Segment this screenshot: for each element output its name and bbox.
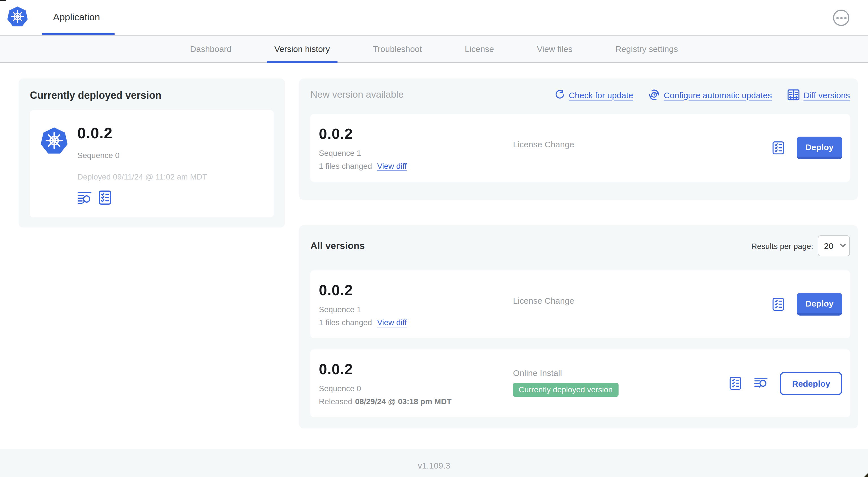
ellipsis-dot	[836, 17, 838, 19]
currently-deployed-card: Currently deployed version 0.0.2 Sequ	[19, 79, 285, 228]
preflight-checks-icon[interactable]	[98, 190, 112, 205]
kubernetes-logo-icon	[7, 6, 28, 28]
console-footer: v1.109.3	[0, 449, 868, 477]
update-schedule-icon	[648, 89, 660, 100]
results-per-page-label: Results per page:	[751, 241, 813, 250]
results-per-page-select[interactable]: 20	[818, 235, 850, 256]
console-version: v1.109.3	[417, 460, 450, 470]
view-logs-icon[interactable]	[754, 377, 768, 389]
cursor-artifact	[864, 473, 868, 477]
ellipsis-dot	[844, 17, 846, 19]
current-version-sequence: Sequence 0	[77, 151, 207, 160]
version-number: 0.0.2	[319, 361, 513, 378]
currently-deployed-title: Currently deployed version	[30, 90, 274, 101]
version-number: 0.0.2	[319, 282, 513, 299]
app-viewport: Application Dashboard Version history Tr…	[0, 0, 868, 477]
version-row: 0.0.2 Sequence 0 Released 08/29/24 @ 03:…	[310, 350, 850, 417]
version-number: 0.0.2	[319, 125, 513, 143]
all-versions-title: All versions	[310, 240, 365, 251]
diff-icon	[787, 89, 799, 101]
ellipsis-menu-button[interactable]	[833, 9, 849, 26]
version-sequence: Sequence 0	[319, 384, 513, 393]
all-versions-card: All versions Results per page: 20	[299, 225, 858, 428]
tab-license[interactable]: License	[458, 35, 501, 62]
console-nav: Dashboard Version history Troubleshoot L…	[0, 35, 868, 63]
main-content: Currently deployed version 0.0.2 Sequ	[0, 63, 868, 449]
redeploy-button[interactable]: Redeploy	[780, 372, 842, 395]
active-app-underline	[42, 33, 115, 35]
ellipsis-dot	[840, 17, 842, 19]
diff-versions-link[interactable]: Diff versions	[787, 89, 850, 101]
current-version-number: 0.0.2	[77, 125, 207, 142]
files-changed-text: 1 files changed	[319, 318, 372, 327]
preflight-checks-icon[interactable]	[772, 141, 785, 155]
version-source: License Change	[513, 140, 772, 149]
tab-version-history[interactable]: Version history	[267, 35, 337, 62]
tab-troubleshoot[interactable]: Troubleshoot	[365, 35, 429, 62]
version-row: 0.0.2 Sequence 1 1 files changed View di…	[310, 270, 850, 338]
version-source: Online Install	[513, 368, 729, 378]
currently-deployed-badge: Currently deployed version	[513, 383, 618, 397]
kubernetes-app-icon	[40, 127, 68, 155]
preflight-checks-icon[interactable]	[729, 377, 742, 390]
released-prefix: Released	[319, 397, 352, 406]
view-diff-link[interactable]: View diff	[377, 161, 407, 171]
new-version-row: 0.0.2 Sequence 1 1 files changed View di…	[310, 114, 850, 182]
configure-automatic-updates-link[interactable]: Configure automatic updates	[648, 89, 772, 100]
currently-deployed-inner-card: 0.0.2 Sequence 0 Deployed 09/11/24 @ 11:…	[30, 110, 274, 217]
deploy-button[interactable]: Deploy	[797, 293, 842, 316]
version-sequence: Sequence 1	[319, 305, 513, 314]
tab-view-files[interactable]: View files	[530, 35, 580, 62]
new-version-title: New version available	[310, 89, 404, 100]
view-logs-icon[interactable]	[77, 190, 92, 205]
tab-dashboard[interactable]: Dashboard	[183, 35, 239, 62]
version-source: License Change	[513, 296, 772, 305]
new-version-card: New version available Check for update	[299, 79, 858, 200]
refresh-icon	[555, 90, 565, 100]
app-title-tab[interactable]: Application	[53, 0, 100, 35]
screenshot-artifact	[0, 0, 6, 1]
preflight-checks-icon[interactable]	[772, 297, 785, 311]
current-version-deployed-at: Deployed 09/11/24 @ 11:02 am MDT	[77, 172, 207, 181]
check-for-update-link[interactable]: Check for update	[555, 90, 633, 100]
deploy-button[interactable]: Deploy	[797, 137, 842, 159]
released-date: 08/29/24 @ 03:18 pm MDT	[355, 397, 452, 406]
tab-registry-settings[interactable]: Registry settings	[608, 35, 685, 62]
app-header: Application	[0, 0, 868, 35]
files-changed-text: 1 files changed	[319, 161, 372, 171]
version-sequence: Sequence 1	[319, 148, 513, 157]
view-diff-link[interactable]: View diff	[377, 318, 407, 327]
